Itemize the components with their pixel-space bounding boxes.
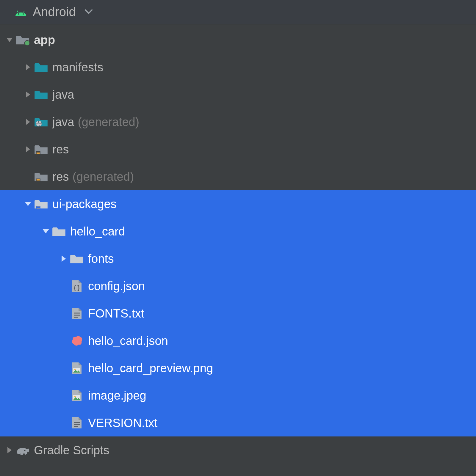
tree-node-label: hello_card_preview.png	[88, 362, 213, 375]
tree-node-label: FONTS.txt	[88, 307, 144, 320]
tree-node-config-json[interactable]: config.json	[0, 272, 476, 300]
tree-node-manifests[interactable]: manifests	[0, 54, 476, 81]
tree-node-java[interactable]: java	[0, 81, 476, 108]
tree-node-label: config.json	[88, 279, 145, 293]
tree-node-label: res	[52, 143, 69, 156]
tree-node-ui-packages[interactable]: ui-packages	[0, 190, 476, 218]
tree-node-label: java	[52, 88, 74, 101]
gradle-icon	[15, 444, 30, 456]
tree-node-label: hello_card.json	[88, 334, 168, 348]
project-view-label: Android	[33, 5, 76, 19]
expand-arrow-down-icon[interactable]	[40, 227, 52, 235]
expand-arrow-right-icon[interactable]	[22, 63, 34, 71]
folder-icon	[70, 253, 84, 265]
tree-node-suffix: (generated)	[78, 115, 139, 129]
tree-node-label: image.jpeg	[88, 389, 146, 402]
tree-node-label: ui-packages	[52, 197, 117, 211]
json-file-icon	[70, 280, 84, 292]
tree-node-label: hello_card	[70, 225, 125, 238]
expand-arrow-right-icon[interactable]	[22, 118, 34, 126]
tree-node-suffix: (generated)	[73, 170, 134, 183]
tree-node-hello-card-json[interactable]: hello_card.json	[0, 327, 476, 354]
tree-node-hello-card-preview-png[interactable]: hello_card_preview.png	[0, 354, 476, 382]
expand-arrow-right-icon[interactable]	[22, 145, 34, 153]
android-icon	[14, 7, 27, 16]
project-tool-window: Android app manifests java java	[0, 0, 476, 476]
tree-node-fonts[interactable]: fonts	[0, 245, 476, 272]
generated-folder-icon	[34, 116, 48, 128]
folder-icon	[34, 89, 48, 100]
tree-node-app[interactable]: app	[0, 26, 476, 54]
expand-arrow-down-icon[interactable]	[22, 200, 34, 208]
tree-node-res[interactable]: res	[0, 136, 476, 163]
tree-node-label: java	[52, 115, 74, 129]
module-folder-icon	[15, 34, 30, 46]
resources-folder-icon	[34, 198, 48, 210]
text-file-icon	[70, 417, 84, 429]
expand-arrow-right-icon[interactable]	[22, 90, 34, 99]
text-file-icon	[70, 307, 84, 320]
tree-node-res-generated[interactable]: res (generated)	[0, 163, 476, 190]
expand-arrow-right-icon[interactable]	[4, 446, 15, 454]
expand-arrow-right-icon[interactable]	[58, 255, 70, 263]
project-view-header[interactable]: Android	[0, 0, 476, 24]
chevron-down-icon[interactable]	[84, 5, 93, 19]
image-file-icon	[70, 389, 84, 402]
tree-node-label: fonts	[88, 252, 114, 266]
tree-node-hello-card[interactable]: hello_card	[0, 218, 476, 245]
tree-node-label: VERSION.txt	[88, 416, 157, 430]
folder-icon	[52, 225, 66, 237]
tree-node-image-jpeg[interactable]: image.jpeg	[0, 382, 476, 409]
tree-node-fonts-txt[interactable]: FONTS.txt	[0, 300, 476, 327]
image-file-icon	[70, 362, 84, 374]
tree-node-gradle-scripts[interactable]: Gradle Scripts	[0, 436, 476, 464]
tree-node-version-txt[interactable]: VERSION.txt	[0, 409, 476, 436]
relay-file-icon	[70, 334, 84, 347]
resources-folder-icon	[34, 171, 48, 183]
resources-folder-icon	[34, 143, 48, 155]
expand-arrow-down-icon[interactable]	[4, 36, 15, 44]
tree-node-label: Gradle Scripts	[34, 444, 109, 457]
tree-node-label: manifests	[52, 61, 103, 74]
tree-node-java-generated[interactable]: java (generated)	[0, 108, 476, 136]
tree-node-label: res	[52, 170, 69, 183]
project-tree: app manifests java java (generated) res	[0, 24, 476, 476]
folder-icon	[34, 61, 48, 73]
tree-node-label: app	[34, 33, 55, 47]
